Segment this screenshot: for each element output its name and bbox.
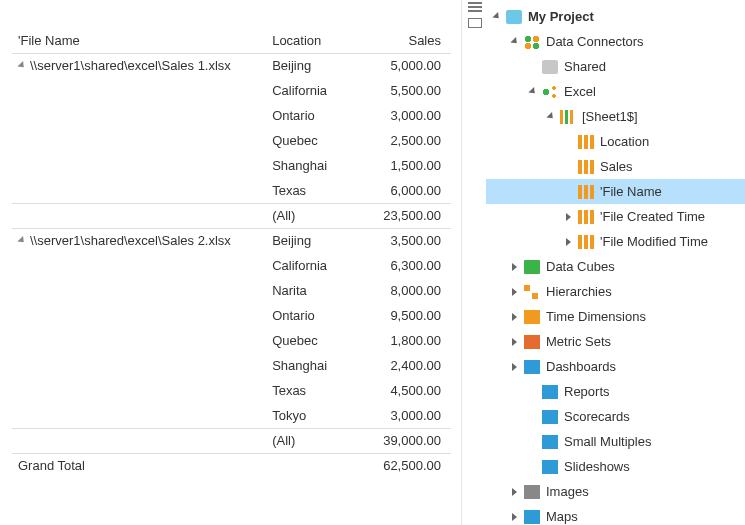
expand-icon[interactable] xyxy=(510,337,520,347)
location-cell: Shanghai xyxy=(266,153,358,178)
table-row[interactable]: California5,500.00 xyxy=(12,78,451,103)
tree-node[interactable]: 'File Name xyxy=(486,179,745,204)
expand-icon[interactable] xyxy=(564,237,574,247)
table-row[interactable]: Quebec1,800.00 xyxy=(12,328,451,353)
sales-cell: 3,000.00 xyxy=(359,103,451,128)
tree-node-label: Sales xyxy=(600,159,633,174)
sales-cell: 1,800.00 xyxy=(359,328,451,353)
tree-node-label: Shared xyxy=(564,59,606,74)
table-row[interactable]: Texas4,500.00 xyxy=(12,378,451,403)
tree-node-label: Dashboards xyxy=(546,359,616,374)
table-row[interactable]: Narita8,000.00 xyxy=(12,278,451,303)
tree-node[interactable]: 'File Created Time xyxy=(486,204,745,229)
file-name-cell: \\server1\shared\excel\Sales 2.xlsx xyxy=(30,233,231,248)
tree-node[interactable]: Slideshows xyxy=(486,454,745,479)
expand-icon[interactable] xyxy=(564,212,574,222)
tree-node[interactable]: Reports xyxy=(486,379,745,404)
ms-icon xyxy=(524,335,540,349)
collapse-icon[interactable] xyxy=(510,37,520,47)
tree-node[interactable]: Maps xyxy=(486,504,745,525)
file-name-cell: \\server1\shared\excel\Sales 1.xlsx xyxy=(30,58,231,73)
table-row[interactable]: Tokyo3,000.00 xyxy=(12,403,451,428)
tree-node-label: Scorecards xyxy=(564,409,630,424)
sales-cell: 5,000.00 xyxy=(359,53,451,78)
col-header-sales[interactable]: Sales xyxy=(359,28,451,53)
col-icon xyxy=(578,135,594,149)
tree-node[interactable]: 'File Modified Time xyxy=(486,229,745,254)
tree-node-label: Slideshows xyxy=(564,459,630,474)
subtotal-row: (All)39,000.00 xyxy=(12,428,451,453)
ss-icon xyxy=(542,460,558,474)
tree-node[interactable]: Small Multiples xyxy=(486,429,745,454)
location-cell: Texas xyxy=(266,178,358,203)
location-cell: Tokyo xyxy=(266,403,358,428)
table-row[interactable]: Shanghai1,500.00 xyxy=(12,153,451,178)
cube-icon xyxy=(524,260,540,274)
col-header-file[interactable]: 'File Name xyxy=(12,28,266,53)
tree-node-label: Metric Sets xyxy=(546,334,611,349)
tree-node[interactable]: My Project xyxy=(486,4,745,29)
expand-icon[interactable] xyxy=(17,236,26,245)
toolstrip-icon[interactable] xyxy=(468,2,482,12)
sales-cell: 2,500.00 xyxy=(359,128,451,153)
tree-node[interactable]: Images xyxy=(486,479,745,504)
col-header-location[interactable]: Location xyxy=(266,28,358,53)
tree-node[interactable]: Excel xyxy=(486,79,745,104)
location-cell: Quebec xyxy=(266,328,358,353)
expand-icon[interactable] xyxy=(510,362,520,372)
collapse-icon[interactable] xyxy=(492,12,502,22)
table-row[interactable]: \\server1\shared\excel\Sales 1.xlsxBeiji… xyxy=(12,53,451,78)
tree-node-label: Excel xyxy=(564,84,596,99)
toolstrip-icon[interactable] xyxy=(468,18,482,28)
excel-icon xyxy=(542,85,558,99)
expand-icon[interactable] xyxy=(510,287,520,297)
table-row[interactable]: Quebec2,500.00 xyxy=(12,128,451,153)
grand-total-label: Grand Total xyxy=(12,453,266,478)
folder-icon xyxy=(542,60,558,74)
hier-icon xyxy=(524,285,540,299)
table-row[interactable]: California6,300.00 xyxy=(12,253,451,278)
expand-icon[interactable] xyxy=(510,487,520,497)
sales-cell: 6,300.00 xyxy=(359,253,451,278)
time-icon xyxy=(524,310,540,324)
tree-node-label: Data Cubes xyxy=(546,259,615,274)
sales-cell: 9,500.00 xyxy=(359,303,451,328)
expand-icon[interactable] xyxy=(510,312,520,322)
tree-node[interactable]: Time Dimensions xyxy=(486,304,745,329)
tree-node[interactable]: [Sheet1$] xyxy=(486,104,745,129)
tree-node[interactable]: Shared xyxy=(486,54,745,79)
tree-node-label: 'File Created Time xyxy=(600,209,705,224)
collapse-icon[interactable] xyxy=(528,87,538,97)
sm-icon xyxy=(542,435,558,449)
table-row[interactable]: \\server1\shared\excel\Sales 2.xlsxBeiji… xyxy=(12,228,451,253)
tree-node[interactable]: Location xyxy=(486,129,745,154)
table-row[interactable]: Ontario3,000.00 xyxy=(12,103,451,128)
expand-icon[interactable] xyxy=(510,262,520,272)
dc-icon xyxy=(524,35,540,49)
sales-cell: 5,500.00 xyxy=(359,78,451,103)
expand-icon[interactable] xyxy=(510,512,520,522)
collapse-icon[interactable] xyxy=(546,112,556,122)
table-row[interactable]: Ontario9,500.00 xyxy=(12,303,451,328)
tree-node[interactable]: Data Cubes xyxy=(486,254,745,279)
tree-node-label: Reports xyxy=(564,384,610,399)
location-cell: Texas xyxy=(266,378,358,403)
tree-node-label: Maps xyxy=(546,509,578,524)
tree-node-label: Hierarchies xyxy=(546,284,612,299)
table-row[interactable]: Shanghai2,400.00 xyxy=(12,353,451,378)
tree-node-label: 'File Name xyxy=(600,184,662,199)
tree-node[interactable]: Dashboards xyxy=(486,354,745,379)
tree-node[interactable]: Hierarchies xyxy=(486,279,745,304)
location-cell: Beijing xyxy=(266,53,358,78)
tree-node[interactable]: Data Connectors xyxy=(486,29,745,54)
expand-icon[interactable] xyxy=(17,61,26,70)
col-icon xyxy=(578,160,594,174)
sales-cell: 2,400.00 xyxy=(359,353,451,378)
sheet-icon xyxy=(560,110,576,124)
table-row[interactable]: Texas6,000.00 xyxy=(12,178,451,203)
location-cell: Quebec xyxy=(266,128,358,153)
tree-node[interactable]: Metric Sets xyxy=(486,329,745,354)
tree-node[interactable]: Scorecards xyxy=(486,404,745,429)
tree-node[interactable]: Sales xyxy=(486,154,745,179)
map-icon xyxy=(524,510,540,524)
